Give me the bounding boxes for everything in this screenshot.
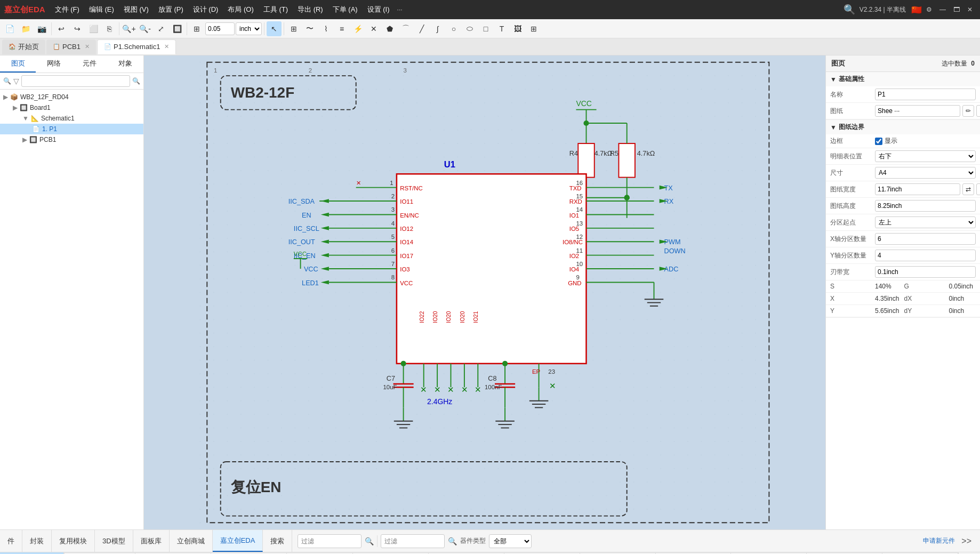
- zoom-area-btn[interactable]: 🔲: [170, 21, 184, 36]
- size-select[interactable]: A4 A3 A2 A1 A0: [875, 167, 976, 179]
- tab-pcb1-close[interactable]: ✕: [85, 43, 90, 50]
- comp-tab-package[interactable]: 封装: [22, 530, 52, 552]
- tab-schematic1-close[interactable]: ✕: [164, 43, 169, 50]
- width-swap-btn[interactable]: ↕: [976, 183, 980, 195]
- menu-settings[interactable]: 设置 (I): [363, 3, 394, 17]
- maximize-icon[interactable]: 🗖: [950, 4, 963, 15]
- unit-select[interactable]: inch mm mil: [236, 22, 262, 35]
- tree-p1[interactable]: 📄 1. P1: [0, 124, 143, 134]
- partition-start-select[interactable]: 左上 左下 右上 右下: [875, 216, 976, 228]
- filter-search-icon-1[interactable]: 🔍: [365, 537, 374, 545]
- comp-tab-jlceda[interactable]: 嘉立创EDA: [213, 530, 263, 552]
- y-partitions-input[interactable]: [875, 250, 976, 261]
- sheet-edit-btn[interactable]: ✏: [962, 105, 974, 117]
- tree-project[interactable]: ▶ 📦 WB2_12F_RD04: [0, 92, 143, 102]
- width-input[interactable]: [875, 183, 960, 195]
- menu-export[interactable]: 导出 (R): [293, 3, 327, 17]
- ellipse-btn[interactable]: ⬭: [462, 21, 477, 36]
- menu-file[interactable]: 文件 (F): [51, 3, 84, 17]
- tab-pcb1[interactable]: 📋 PCB1 ✕: [46, 39, 96, 54]
- netlabel-btn[interactable]: ≡: [334, 21, 349, 36]
- tab-schematic1[interactable]: 📄 P1.Schematic1 ✕: [97, 39, 176, 54]
- tab-home[interactable]: 🏠 开始页: [2, 39, 45, 54]
- cursor-btn[interactable]: ↖: [267, 21, 282, 36]
- settings-icon[interactable]: ⚙: [923, 4, 935, 15]
- sheet-refresh-btn[interactable]: ↻: [976, 105, 980, 117]
- grid-btn[interactable]: ⊞: [189, 21, 204, 36]
- menu-edit[interactable]: 编辑 (E): [85, 3, 118, 17]
- bezier-btn[interactable]: ∫: [430, 21, 445, 36]
- menu-design[interactable]: 设计 (D): [189, 3, 223, 17]
- comp-tab-search[interactable]: 搜索: [263, 530, 292, 552]
- wire-btn[interactable]: 〜: [302, 21, 317, 36]
- request-component-link[interactable]: 申请新元件: [923, 536, 955, 545]
- undo-btn[interactable]: ↩: [54, 21, 69, 36]
- width-sync-btn[interactable]: ⇄: [962, 183, 974, 195]
- menu-tools[interactable]: 工具 (T): [259, 3, 292, 17]
- redo-btn[interactable]: ↪: [70, 21, 85, 36]
- open-btn[interactable]: 📁: [18, 21, 33, 36]
- filter-input-2[interactable]: [381, 534, 445, 548]
- left-tab-component[interactable]: 元件: [72, 55, 108, 73]
- minimize-icon[interactable]: —: [936, 4, 949, 15]
- tree-pcb1[interactable]: ▶ 🔲 PCB1: [0, 134, 143, 145]
- x-partitions-input[interactable]: [875, 233, 976, 245]
- comp-tab-store[interactable]: 立创商城: [170, 530, 213, 552]
- zoom-in-btn[interactable]: 🔍+: [122, 21, 136, 36]
- circle-btn[interactable]: ○: [446, 21, 461, 36]
- search-confirm-icon[interactable]: 🔍: [132, 77, 140, 85]
- move-btn[interactable]: ⊞: [286, 21, 301, 36]
- canvas-area[interactable]: WB2-12F VCC R4 4.7kΩ R5 4.7kΩ: [144, 55, 825, 529]
- height-input[interactable]: [875, 200, 976, 212]
- left-tab-object[interactable]: 对象: [108, 55, 143, 73]
- comp-tab-panel[interactable]: 面板库: [133, 530, 170, 552]
- zoom-out-btn[interactable]: 🔍-: [138, 21, 152, 36]
- arc-btn[interactable]: ⌒: [398, 21, 413, 36]
- comp-tab-component[interactable]: 件: [0, 530, 22, 552]
- text-btn[interactable]: T: [494, 21, 509, 36]
- line-btn[interactable]: ╱: [414, 21, 429, 36]
- tree-schematic1[interactable]: ▼ 📐 Schematic1: [0, 113, 143, 124]
- basic-props-header[interactable]: ▼ 基础属性: [826, 72, 980, 86]
- tree-board1[interactable]: ▶ 🔲 Board1: [0, 102, 143, 113]
- svg-rect-16: [618, 143, 634, 178]
- junction-btn[interactable]: ⬟: [382, 21, 397, 36]
- left-tab-net[interactable]: 网络: [36, 55, 71, 73]
- blade-width-input[interactable]: [875, 266, 976, 278]
- filter-search-icon-2[interactable]: 🔍: [448, 537, 457, 545]
- menu-order[interactable]: 下单 (A): [328, 3, 362, 17]
- filter-input-1[interactable]: [298, 534, 362, 548]
- svg-text:5: 5: [391, 234, 395, 240]
- close-icon[interactable]: ✕: [964, 4, 976, 15]
- comp-tab-reuse[interactable]: 复用模块: [52, 530, 95, 552]
- bus-btn[interactable]: ⌇: [318, 21, 333, 36]
- search-icon[interactable]: 🔍: [844, 4, 855, 15]
- comp-tab-3d[interactable]: 3D模型: [95, 530, 133, 552]
- detail-pos-select[interactable]: 右下 左下 右上 左上: [875, 150, 976, 162]
- noconnect-btn[interactable]: ✕: [366, 21, 381, 36]
- expand-arrow[interactable]: >>: [958, 536, 975, 546]
- search-input[interactable]: [21, 75, 130, 87]
- grid-input[interactable]: [205, 22, 235, 35]
- table-btn[interactable]: ⊞: [526, 21, 541, 36]
- new-btn[interactable]: 📄: [2, 21, 17, 36]
- left-tab-page[interactable]: 图页: [0, 55, 36, 73]
- power-btn[interactable]: ⚡: [350, 21, 365, 36]
- menu-view[interactable]: 视图 (V): [119, 3, 153, 17]
- frame-checkbox[interactable]: [875, 138, 882, 145]
- border-props-header[interactable]: ▼ 图纸边界: [826, 120, 980, 134]
- component-btn[interactable]: ⬜: [86, 21, 101, 36]
- copy-btn[interactable]: ⎘: [102, 21, 117, 36]
- svg-text:WB2-12F: WB2-12F: [231, 84, 294, 101]
- rect-btn[interactable]: □: [478, 21, 493, 36]
- name-input[interactable]: [875, 89, 976, 100]
- menu-layout[interactable]: 布局 (O): [223, 3, 258, 17]
- menu-place[interactable]: 放置 (P): [154, 3, 188, 17]
- camera-btn[interactable]: 📷: [34, 21, 49, 36]
- sheet-input[interactable]: [875, 105, 960, 117]
- fit-btn[interactable]: ⤢: [154, 21, 168, 36]
- comp-type-select[interactable]: 全部: [489, 534, 532, 548]
- svg-text:RST/NC: RST/NC: [400, 185, 423, 191]
- image-btn[interactable]: 🖼: [510, 21, 525, 36]
- svg-text:23: 23: [548, 368, 555, 375]
